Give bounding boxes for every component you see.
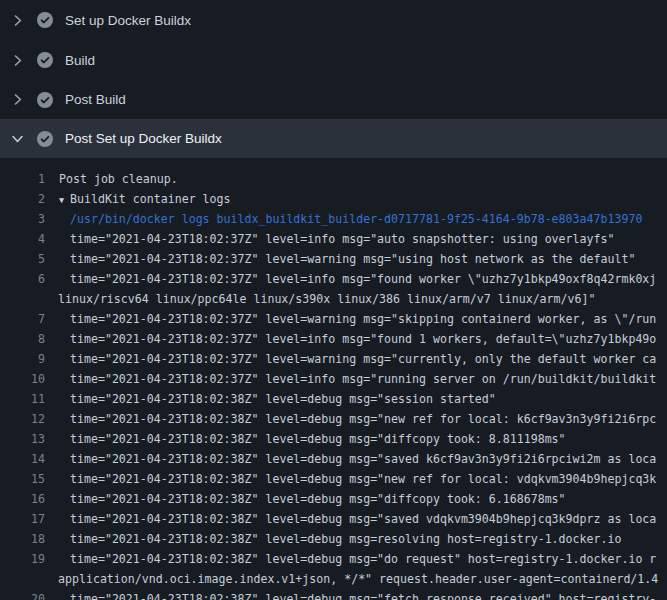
line-number[interactable]: 16 bbox=[0, 489, 45, 509]
log-text: time="2021-04-23T18:02:37Z" level=info m… bbox=[70, 232, 614, 246]
chevron-right-icon bbox=[11, 93, 24, 106]
line-number[interactable]: 7 bbox=[0, 309, 45, 329]
step-label: Post Build bbox=[65, 92, 126, 107]
log-text: time="2021-04-23T18:02:38Z" level=debug … bbox=[70, 552, 656, 566]
log-text: linux/riscv64 linux/ppc64le linux/s390x … bbox=[58, 292, 595, 306]
log-line: 8time="2021-04-23T18:02:37Z" level=info … bbox=[0, 329, 667, 349]
log-line: 17time="2021-04-23T18:02:38Z" level=debu… bbox=[0, 509, 667, 529]
log-line: 13time="2021-04-23T18:02:38Z" level=debu… bbox=[0, 429, 667, 449]
log-text: time="2021-04-23T18:02:38Z" level=debug … bbox=[70, 532, 621, 546]
chevron-right-icon bbox=[11, 54, 24, 67]
log-text: time="2021-04-23T18:02:38Z" level=debug … bbox=[70, 412, 656, 426]
log-line: 10time="2021-04-23T18:02:37Z" level=info… bbox=[0, 369, 667, 389]
log-text: time="2021-04-23T18:02:37Z" level=warnin… bbox=[70, 312, 656, 326]
log-text: Post job cleanup. bbox=[59, 172, 178, 186]
log-line: 14time="2021-04-23T18:02:38Z" level=debu… bbox=[0, 449, 667, 469]
log-text: time="2021-04-23T18:02:38Z" level=debug … bbox=[70, 472, 656, 486]
log-output: 1Post job cleanup.2▼BuildKit container l… bbox=[0, 158, 667, 600]
line-number[interactable]: 18 bbox=[0, 529, 45, 549]
log-command-text: /usr/bin/docker logs buildx_buildkit_bui… bbox=[70, 212, 642, 226]
check-circle-icon bbox=[37, 92, 53, 108]
log-text: time="2021-04-23T18:02:38Z" level=debug … bbox=[70, 492, 566, 506]
log-line: 11time="2021-04-23T18:02:38Z" level=debu… bbox=[0, 389, 667, 409]
line-number[interactable]: 11 bbox=[0, 389, 45, 409]
log-text: time="2021-04-23T18:02:38Z" level=debug … bbox=[70, 592, 656, 600]
line-number[interactable]: 5 bbox=[0, 249, 45, 269]
step-label: Build bbox=[65, 53, 95, 68]
step-label: Post Set up Docker Buildx bbox=[65, 131, 222, 146]
log-line: linux/riscv64 linux/ppc64le linux/s390x … bbox=[0, 289, 667, 309]
check-circle-icon bbox=[37, 52, 53, 68]
check-circle-icon bbox=[37, 131, 53, 147]
log-line: 15time="2021-04-23T18:02:38Z" level=debu… bbox=[0, 469, 667, 489]
line-number[interactable]: 8 bbox=[0, 329, 45, 349]
line-number[interactable]: 17 bbox=[0, 509, 45, 529]
log-text: time="2021-04-23T18:02:37Z" level=info m… bbox=[70, 332, 656, 346]
log-line: 3/usr/bin/docker logs buildx_buildkit_bu… bbox=[0, 209, 667, 229]
log-text: time="2021-04-23T18:02:37Z" level=info m… bbox=[70, 272, 656, 286]
line-number[interactable]: 9 bbox=[0, 349, 45, 369]
log-text: time="2021-04-23T18:02:37Z" level=warnin… bbox=[70, 352, 656, 366]
line-number[interactable]: 13 bbox=[0, 429, 45, 449]
line-number[interactable]: 1 bbox=[0, 169, 45, 189]
log-line: 6time="2021-04-23T18:02:37Z" level=info … bbox=[0, 269, 667, 289]
log-line: application/vnd.oci.image.index.v1+json,… bbox=[0, 569, 667, 589]
log-text: time="2021-04-23T18:02:37Z" level=warnin… bbox=[70, 252, 635, 266]
log-line: 16time="2021-04-23T18:02:38Z" level=debu… bbox=[0, 489, 667, 509]
line-number[interactable]: 15 bbox=[0, 469, 45, 489]
log-line: 18time="2021-04-23T18:02:38Z" level=debu… bbox=[0, 529, 667, 549]
check-circle-icon bbox=[37, 12, 53, 28]
log-line: 4time="2021-04-23T18:02:37Z" level=info … bbox=[0, 229, 667, 249]
log-line: 2▼BuildKit container logs bbox=[0, 189, 667, 209]
log-line: 19time="2021-04-23T18:02:38Z" level=debu… bbox=[0, 549, 667, 569]
log-text: time="2021-04-23T18:02:37Z" level=info m… bbox=[70, 372, 656, 386]
line-number[interactable]: 10 bbox=[0, 369, 45, 389]
log-line: 1Post job cleanup. bbox=[0, 169, 667, 189]
log-text: time="2021-04-23T18:02:38Z" level=debug … bbox=[70, 392, 496, 406]
group-collapse-triangle-icon[interactable]: ▼ bbox=[59, 190, 70, 209]
line-number[interactable]: 14 bbox=[0, 449, 45, 469]
log-line: 20time="2021-04-23T18:02:38Z" level=debu… bbox=[0, 589, 667, 600]
line-number[interactable]: 6 bbox=[0, 269, 45, 289]
step-label: Set up Docker Buildx bbox=[65, 13, 191, 28]
log-line: 5time="2021-04-23T18:02:37Z" level=warni… bbox=[0, 249, 667, 269]
chevron-down-icon bbox=[11, 132, 24, 145]
step-list: Set up Docker BuildxBuildPost BuildPost … bbox=[0, 0, 667, 158]
step-header-build[interactable]: Build bbox=[0, 40, 667, 80]
log-text: time="2021-04-23T18:02:38Z" level=debug … bbox=[70, 432, 566, 446]
step-header-post-build[interactable]: Post Build bbox=[0, 80, 667, 119]
line-number[interactable]: 19 bbox=[0, 549, 45, 569]
log-text: BuildKit container logs bbox=[70, 192, 231, 206]
line-number[interactable]: 12 bbox=[0, 409, 45, 429]
line-number[interactable]: 3 bbox=[0, 209, 45, 229]
line-number[interactable]: 20 bbox=[0, 589, 45, 600]
log-text: time="2021-04-23T18:02:38Z" level=debug … bbox=[70, 512, 656, 526]
line-number[interactable]: 4 bbox=[0, 229, 45, 249]
log-line: 12time="2021-04-23T18:02:38Z" level=debu… bbox=[0, 409, 667, 429]
log-line: 7time="2021-04-23T18:02:37Z" level=warni… bbox=[0, 309, 667, 329]
log-line: 9time="2021-04-23T18:02:37Z" level=warni… bbox=[0, 349, 667, 369]
actions-log-viewer: Set up Docker BuildxBuildPost BuildPost … bbox=[0, 0, 667, 600]
log-text: time="2021-04-23T18:02:38Z" level=debug … bbox=[70, 452, 656, 466]
step-header-post-set-up-docker-buildx[interactable]: Post Set up Docker Buildx bbox=[0, 119, 667, 158]
log-text: application/vnd.oci.image.index.v1+json,… bbox=[58, 572, 658, 586]
chevron-right-icon bbox=[11, 14, 24, 27]
step-header-set-up-docker-buildx[interactable]: Set up Docker Buildx bbox=[0, 0, 667, 40]
line-number[interactable]: 2 bbox=[0, 189, 45, 209]
